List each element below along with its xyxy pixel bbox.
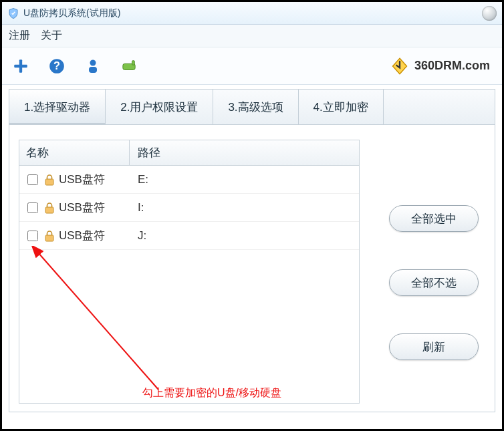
header-path[interactable]: 路径 <box>130 140 359 165</box>
svg-rect-9 <box>45 207 53 213</box>
row-name: USB盘符 <box>59 228 105 243</box>
add-icon[interactable] <box>11 57 30 76</box>
row-checkbox[interactable] <box>27 231 38 241</box>
row-path: J: <box>130 229 359 243</box>
row-name: USB盘符 <box>59 172 105 187</box>
svg-rect-8 <box>45 179 53 185</box>
list-header: 名称 路径 <box>19 140 359 166</box>
tab-label: 4.立即加密 <box>313 100 368 115</box>
list-row[interactable]: USB盘符 E: <box>19 166 359 194</box>
select-none-button[interactable]: 全部不选 <box>389 269 479 296</box>
user-icon[interactable] <box>84 57 102 76</box>
window-control-button[interactable] <box>482 6 497 21</box>
title-bar: U盘防拷贝系统(试用版) <box>2 2 502 25</box>
row-path: E: <box>130 173 359 186</box>
lock-icon <box>44 202 55 214</box>
button-label: 刷新 <box>422 339 445 355</box>
tab-encrypt-now[interactable]: 4.立即加密 <box>299 90 384 124</box>
menu-bar: 注册 关于 <box>2 25 502 47</box>
tab-user-permissions[interactable]: 2.用户权限设置 <box>106 90 213 124</box>
tab-row: 1.选择驱动器 2.用户权限设置 3.高级选项 4.立即加密 <box>9 89 495 125</box>
tab-select-drive[interactable]: 1.选择驱动器 <box>9 90 106 124</box>
drive-icon[interactable] <box>120 57 138 76</box>
tab-label: 2.用户权限设置 <box>120 100 198 115</box>
row-path: I: <box>130 201 359 214</box>
svg-text:?: ? <box>53 59 60 71</box>
window-title: U盘防拷贝系统(试用版) <box>23 7 120 19</box>
side-buttons: 全部选中 全部不选 刷新 <box>389 205 479 360</box>
list-row[interactable]: USB盘符 J: <box>19 222 359 250</box>
row-checkbox[interactable] <box>27 174 38 185</box>
header-name[interactable]: 名称 <box>19 140 130 165</box>
brand-logo-icon <box>390 57 409 76</box>
row-checkbox[interactable] <box>27 202 38 213</box>
main-panel: 名称 路径 USB盘符 E: <box>9 125 495 412</box>
svg-rect-7 <box>132 60 135 64</box>
button-label: 全部选中 <box>411 211 457 227</box>
shield-icon <box>7 7 19 19</box>
tab-label: 3.高级选项 <box>228 100 283 115</box>
brand: 360DRM.com <box>390 57 490 76</box>
menu-register[interactable]: 注册 <box>9 29 30 43</box>
help-icon[interactable]: ? <box>47 57 66 76</box>
svg-point-4 <box>90 59 96 65</box>
button-label: 全部不选 <box>411 275 457 291</box>
tab-label: 1.选择驱动器 <box>24 100 90 115</box>
svg-rect-10 <box>45 235 53 241</box>
row-name: USB盘符 <box>59 200 105 215</box>
lock-icon <box>44 174 55 186</box>
lock-icon <box>44 230 55 242</box>
svg-rect-1 <box>14 64 27 67</box>
refresh-button[interactable]: 刷新 <box>389 333 479 360</box>
toolbar: ? 360DRM.com <box>2 47 502 85</box>
svg-rect-5 <box>89 67 97 73</box>
select-all-button[interactable]: 全部选中 <box>389 205 479 232</box>
tab-advanced-options[interactable]: 3.高级选项 <box>213 90 298 124</box>
drive-list: 名称 路径 USB盘符 E: <box>19 140 360 404</box>
brand-text: 360DRM.com <box>414 59 490 73</box>
list-row[interactable]: USB盘符 I: <box>19 194 359 222</box>
menu-about[interactable]: 关于 <box>41 29 62 43</box>
